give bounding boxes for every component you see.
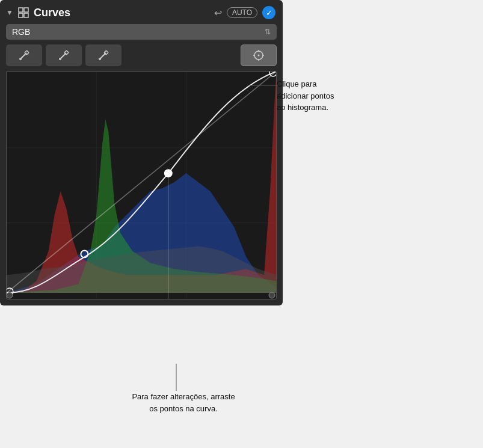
svg-point-12 (99, 58, 101, 60)
annotation-bottom: Para fazer alterações, arraste os pontos… (120, 391, 247, 414)
channel-dropdown[interactable]: RGB ⇅ (6, 24, 277, 40)
annotation-bottom-text: Para fazer alterações, arraste os pontos… (132, 392, 235, 413)
svg-rect-1 (24, 8, 28, 12)
annotation-top: Clique para adicionar pontos ao histogra… (277, 78, 373, 114)
add-point-button[interactable] (241, 44, 277, 66)
svg-point-18 (258, 55, 260, 57)
collapse-arrow[interactable]: ▼ (6, 8, 13, 17)
grid-icon (18, 7, 29, 18)
chevron-icon: ⇅ (265, 28, 271, 36)
confirm-button[interactable]: ✓ (262, 6, 275, 19)
curves-panel: ▼ Curves ↩ AUTO ✓ RGB ⇅ (0, 0, 283, 305)
panel-header: ▼ Curves ↩ AUTO ✓ (0, 0, 283, 24)
auto-button[interactable]: AUTO (227, 7, 257, 18)
annotation-top-text: Clique para adicionar pontos ao histogra… (277, 79, 334, 112)
svg-point-28 (7, 292, 13, 298)
tools-row (0, 44, 283, 71)
svg-rect-2 (19, 13, 23, 17)
header-controls: ↩ AUTO ✓ (214, 6, 275, 19)
eyedropper-white-icon (97, 49, 109, 61)
check-icon: ✓ (266, 8, 272, 17)
svg-point-6 (19, 58, 22, 60)
crosshair-icon (252, 49, 265, 62)
channel-selector-row: RGB ⇅ (0, 24, 283, 44)
midtone-eyedropper-button[interactable] (46, 44, 82, 66)
eyedropper-mid-icon (58, 49, 70, 61)
svg-point-9 (59, 58, 61, 60)
panel-title: Curves (34, 7, 209, 19)
undo-button[interactable]: ↩ (214, 7, 222, 19)
svg-rect-0 (19, 8, 23, 12)
curves-chart (7, 72, 276, 299)
eyedropper-black-icon (18, 49, 30, 61)
svg-rect-3 (24, 13, 28, 17)
svg-point-29 (269, 292, 275, 298)
white-point-eyedropper-button[interactable] (85, 44, 122, 66)
histogram-area[interactable] (6, 71, 277, 299)
black-point-eyedropper-button[interactable] (6, 44, 42, 66)
channel-label: RGB (12, 27, 30, 37)
